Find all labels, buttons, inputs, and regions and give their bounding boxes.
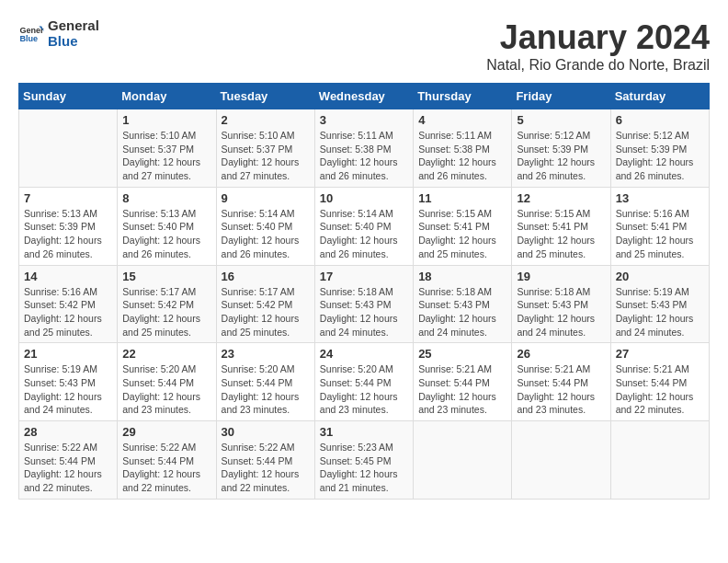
day-info: Sunrise: 5:18 AM Sunset: 5:43 PM Dayligh… — [320, 285, 408, 339]
calendar-cell: 23Sunrise: 5:20 AM Sunset: 5:44 PM Dayli… — [216, 343, 314, 421]
day-number: 6 — [616, 113, 704, 127]
calendar-table: SundayMondayTuesdayWednesdayThursdayFrid… — [18, 83, 710, 500]
calendar-cell: 13Sunrise: 5:16 AM Sunset: 5:41 PM Dayli… — [610, 187, 709, 265]
day-number: 28 — [24, 425, 112, 439]
day-info: Sunrise: 5:11 AM Sunset: 5:38 PM Dayligh… — [418, 129, 506, 183]
day-info: Sunrise: 5:16 AM Sunset: 5:42 PM Dayligh… — [24, 285, 112, 339]
calendar-header-tuesday: Tuesday — [216, 84, 314, 109]
calendar-week-row: 7Sunrise: 5:13 AM Sunset: 5:39 PM Daylig… — [19, 187, 710, 265]
day-info: Sunrise: 5:14 AM Sunset: 5:40 PM Dayligh… — [222, 207, 310, 261]
calendar-cell: 7Sunrise: 5:13 AM Sunset: 5:39 PM Daylig… — [19, 187, 118, 265]
page-header: General Blue General Blue January 2024 N… — [18, 18, 710, 74]
calendar-week-row: 1Sunrise: 5:10 AM Sunset: 5:37 PM Daylig… — [19, 109, 710, 188]
calendar-cell: 17Sunrise: 5:18 AM Sunset: 5:43 PM Dayli… — [314, 265, 413, 343]
day-number: 14 — [24, 270, 112, 283]
day-number: 7 — [24, 191, 112, 205]
title-block: January 2024 Natal, Rio Grande do Norte,… — [486, 18, 710, 74]
day-info: Sunrise: 5:15 AM Sunset: 5:41 PM Dayligh… — [418, 207, 506, 261]
day-info: Sunrise: 5:19 AM Sunset: 5:43 PM Dayligh… — [24, 362, 112, 417]
logo: General Blue General Blue — [18, 18, 99, 49]
day-number: 11 — [418, 191, 506, 205]
calendar-week-row: 14Sunrise: 5:16 AM Sunset: 5:42 PM Dayli… — [19, 265, 710, 343]
day-info: Sunrise: 5:12 AM Sunset: 5:39 PM Dayligh… — [616, 129, 704, 183]
day-info: Sunrise: 5:19 AM Sunset: 5:43 PM Dayligh… — [616, 285, 704, 339]
calendar-header-row: SundayMondayTuesdayWednesdayThursdayFrid… — [19, 84, 710, 109]
day-number: 10 — [320, 191, 408, 205]
calendar-header-saturday: Saturday — [610, 84, 709, 109]
day-info: Sunrise: 5:21 AM Sunset: 5:44 PM Dayligh… — [517, 362, 605, 417]
day-number: 12 — [517, 191, 605, 205]
calendar-cell: 4Sunrise: 5:11 AM Sunset: 5:38 PM Daylig… — [414, 109, 512, 188]
calendar-cell: 31Sunrise: 5:23 AM Sunset: 5:45 PM Dayli… — [314, 421, 413, 500]
day-info: Sunrise: 5:12 AM Sunset: 5:39 PM Dayligh… — [517, 129, 605, 183]
calendar-cell: 28Sunrise: 5:22 AM Sunset: 5:44 PM Dayli… — [19, 421, 118, 500]
calendar-cell: 3Sunrise: 5:11 AM Sunset: 5:38 PM Daylig… — [314, 109, 413, 188]
calendar-cell: 8Sunrise: 5:13 AM Sunset: 5:40 PM Daylig… — [118, 187, 216, 265]
day-info: Sunrise: 5:18 AM Sunset: 5:43 PM Dayligh… — [517, 285, 605, 339]
logo-blue: Blue — [48, 34, 99, 50]
day-number: 16 — [222, 270, 310, 283]
calendar-cell: 25Sunrise: 5:21 AM Sunset: 5:44 PM Dayli… — [414, 343, 512, 421]
day-number: 23 — [222, 347, 310, 361]
calendar-cell: 1Sunrise: 5:10 AM Sunset: 5:37 PM Daylig… — [118, 109, 216, 188]
day-info: Sunrise: 5:10 AM Sunset: 5:37 PM Dayligh… — [222, 129, 310, 183]
logo-general: General — [48, 18, 99, 34]
day-info: Sunrise: 5:14 AM Sunset: 5:40 PM Dayligh… — [320, 207, 408, 261]
day-number: 22 — [122, 347, 210, 361]
day-number: 3 — [320, 113, 408, 127]
calendar-header-wednesday: Wednesday — [314, 84, 413, 109]
day-number: 1 — [122, 113, 210, 127]
day-number: 5 — [517, 113, 605, 127]
day-number: 29 — [122, 425, 210, 439]
day-number: 25 — [418, 347, 506, 361]
calendar-cell: 21Sunrise: 5:19 AM Sunset: 5:43 PM Dayli… — [19, 343, 118, 421]
calendar-cell: 30Sunrise: 5:22 AM Sunset: 5:44 PM Dayli… — [216, 421, 314, 500]
day-number: 30 — [222, 425, 310, 439]
day-info: Sunrise: 5:20 AM Sunset: 5:44 PM Dayligh… — [122, 362, 210, 417]
day-number: 26 — [517, 347, 605, 361]
day-info: Sunrise: 5:22 AM Sunset: 5:44 PM Dayligh… — [24, 441, 112, 495]
calendar-cell: 10Sunrise: 5:14 AM Sunset: 5:40 PM Dayli… — [314, 187, 413, 265]
calendar-cell — [610, 421, 709, 500]
calendar-cell: 27Sunrise: 5:21 AM Sunset: 5:44 PM Dayli… — [610, 343, 709, 421]
calendar-cell: 5Sunrise: 5:12 AM Sunset: 5:39 PM Daylig… — [512, 109, 610, 188]
calendar-week-row: 28Sunrise: 5:22 AM Sunset: 5:44 PM Dayli… — [19, 421, 710, 500]
day-info: Sunrise: 5:10 AM Sunset: 5:37 PM Dayligh… — [122, 129, 210, 183]
calendar-header-thursday: Thursday — [414, 84, 512, 109]
day-info: Sunrise: 5:22 AM Sunset: 5:44 PM Dayligh… — [222, 441, 310, 495]
svg-text:Blue: Blue — [19, 34, 38, 43]
day-number: 20 — [616, 270, 704, 283]
day-number: 27 — [616, 347, 704, 361]
day-info: Sunrise: 5:17 AM Sunset: 5:42 PM Dayligh… — [122, 285, 210, 339]
day-info: Sunrise: 5:20 AM Sunset: 5:44 PM Dayligh… — [320, 362, 408, 417]
calendar-cell: 29Sunrise: 5:22 AM Sunset: 5:44 PM Dayli… — [118, 421, 216, 500]
calendar-cell: 11Sunrise: 5:15 AM Sunset: 5:41 PM Dayli… — [414, 187, 512, 265]
day-info: Sunrise: 5:15 AM Sunset: 5:41 PM Dayligh… — [517, 207, 605, 261]
day-number: 13 — [616, 191, 704, 205]
day-number: 17 — [320, 270, 408, 283]
calendar-cell: 15Sunrise: 5:17 AM Sunset: 5:42 PM Dayli… — [118, 265, 216, 343]
day-info: Sunrise: 5:21 AM Sunset: 5:44 PM Dayligh… — [616, 362, 704, 417]
day-number: 2 — [222, 113, 310, 127]
day-info: Sunrise: 5:13 AM Sunset: 5:39 PM Dayligh… — [24, 207, 112, 261]
day-info: Sunrise: 5:11 AM Sunset: 5:38 PM Dayligh… — [320, 129, 408, 183]
calendar-header-friday: Friday — [512, 84, 610, 109]
day-info: Sunrise: 5:21 AM Sunset: 5:44 PM Dayligh… — [418, 362, 506, 417]
page-subtitle: Natal, Rio Grande do Norte, Brazil — [486, 57, 710, 74]
day-number: 24 — [320, 347, 408, 361]
day-number: 18 — [418, 270, 506, 283]
page-title: January 2024 — [486, 18, 710, 57]
logo-icon: General Blue — [18, 21, 44, 47]
day-number: 19 — [517, 270, 605, 283]
calendar-cell: 20Sunrise: 5:19 AM Sunset: 5:43 PM Dayli… — [610, 265, 709, 343]
calendar-cell: 14Sunrise: 5:16 AM Sunset: 5:42 PM Dayli… — [19, 265, 118, 343]
calendar-header-sunday: Sunday — [19, 84, 118, 109]
calendar-cell: 22Sunrise: 5:20 AM Sunset: 5:44 PM Dayli… — [118, 343, 216, 421]
calendar-cell: 2Sunrise: 5:10 AM Sunset: 5:37 PM Daylig… — [216, 109, 314, 188]
day-info: Sunrise: 5:17 AM Sunset: 5:42 PM Dayligh… — [222, 285, 310, 339]
day-info: Sunrise: 5:22 AM Sunset: 5:44 PM Dayligh… — [122, 441, 210, 495]
calendar-cell — [19, 109, 118, 188]
day-info: Sunrise: 5:13 AM Sunset: 5:40 PM Dayligh… — [122, 207, 210, 261]
calendar-cell: 24Sunrise: 5:20 AM Sunset: 5:44 PM Dayli… — [314, 343, 413, 421]
calendar-cell: 16Sunrise: 5:17 AM Sunset: 5:42 PM Dayli… — [216, 265, 314, 343]
